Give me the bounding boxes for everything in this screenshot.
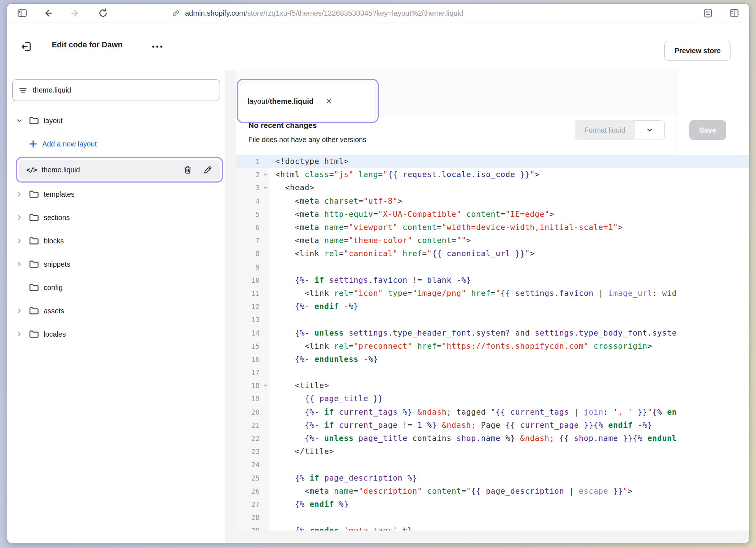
line-number-gutter: 9 <box>236 261 270 274</box>
code-line-21[interactable]: 21 {%- if current_page != 1 %} &ndash; P… <box>236 419 749 432</box>
scrollbar-track[interactable] <box>741 155 741 531</box>
tree-item-theme-liquid[interactable]: </>theme.liquid <box>19 160 220 180</box>
exit-icon[interactable] <box>20 40 33 53</box>
code-line-22[interactable]: 22 {%- unless page_title contains shop.n… <box>236 432 749 445</box>
folder-icon <box>28 259 39 270</box>
folder-icon <box>28 212 39 223</box>
code-line-10[interactable]: 10 {%- if settings.favicon != blank -%} <box>236 274 749 287</box>
chevron-down-icon[interactable] <box>16 117 28 124</box>
code-line-13[interactable]: 13 <box>236 313 749 326</box>
file-tree: layoutAdd a new layout</>theme.liquidtem… <box>7 109 225 346</box>
delete-file-icon[interactable] <box>183 165 193 175</box>
line-number-gutter: 26 <box>236 485 270 498</box>
line-number-gutter: 18 <box>236 379 270 392</box>
chevron-right-icon[interactable] <box>16 261 28 267</box>
code-line-23[interactable]: 23 </title> <box>236 445 749 458</box>
tree-item-label: theme.liquid <box>42 166 80 174</box>
line-number-gutter: 11 <box>236 287 270 300</box>
tab-bar: layout/theme.liquid × <box>236 70 749 116</box>
line-number-gutter: 15 <box>236 340 270 353</box>
tree-folder-sections[interactable]: sections <box>7 206 225 229</box>
main-content: theme.liquid layoutAdd a new layout</>th… <box>7 70 749 543</box>
sidebar-toggle-icon[interactable] <box>17 8 28 19</box>
code-line-17[interactable]: 17 <box>236 366 749 379</box>
code-line-2[interactable]: 2<html class="js" lang="{{ request.local… <box>236 168 749 181</box>
reload-icon[interactable] <box>98 8 109 19</box>
address-bar[interactable]: admin.shopify.com/store/rzq1xu-f5/themes… <box>171 4 463 23</box>
browser-window: admin.shopify.com/store/rzq1xu-f5/themes… <box>7 4 749 543</box>
line-number-gutter: 6 <box>236 221 270 234</box>
line-number-gutter: 22 <box>236 432 270 445</box>
chevron-right-icon[interactable] <box>16 238 28 244</box>
tree-folder-config[interactable]: config <box>7 276 225 299</box>
line-number-gutter: 10 <box>236 274 270 287</box>
code-line-24[interactable]: 24 <box>236 458 749 471</box>
code-line-14[interactable]: 14 {%- unless settings.type_header_font.… <box>236 326 749 339</box>
line-number-gutter: 12 <box>236 300 270 313</box>
tab-path-prefix: layout/ <box>248 97 269 106</box>
save-button[interactable]: Save <box>689 120 726 140</box>
tree-folder-layout[interactable]: layout <box>7 109 225 132</box>
split-view-icon[interactable] <box>729 8 740 19</box>
chevron-right-icon[interactable] <box>16 308 28 314</box>
chevron-right-icon[interactable] <box>16 191 28 197</box>
fold-toggle-icon[interactable] <box>261 383 270 388</box>
fold-toggle-icon[interactable] <box>261 185 270 191</box>
code-line-9[interactable]: 9 <box>236 261 749 274</box>
code-line-5[interactable]: 5 <meta http-equiv="X-UA-Compatible" con… <box>236 208 749 221</box>
code-line-16[interactable]: 16 {%- endunless -%} <box>236 353 749 366</box>
line-number-gutter: 25 <box>236 471 270 485</box>
code-line-28[interactable]: 28 <box>236 511 749 524</box>
code-line-4[interactable]: 4 <meta charset="utf-8"> <box>236 195 749 208</box>
code-line-26[interactable]: 26 <meta name="description" content="{{ … <box>236 485 749 498</box>
url-domain: admin.shopify.com <box>185 9 245 17</box>
tree-folder-snippets[interactable]: snippets <box>7 253 225 276</box>
tab-close-icon[interactable]: × <box>326 97 332 106</box>
rename-file-icon[interactable] <box>203 165 213 175</box>
code-line-12[interactable]: 12 {%- endif -%} <box>236 300 749 313</box>
chevron-right-icon[interactable] <box>16 331 28 337</box>
line-number-gutter: 23 <box>236 445 270 458</box>
code-line-25[interactable]: 25 {% if page_description %} <box>236 471 749 485</box>
line-number-gutter: 17 <box>236 366 270 379</box>
code-line-8[interactable]: 8 <link rel="canonical" href="{{ canonic… <box>236 247 749 260</box>
forward-icon[interactable] <box>70 8 81 19</box>
active-tab-highlight-ring: layout/theme.liquid × <box>237 79 379 123</box>
page-settings-icon[interactable] <box>702 8 713 19</box>
line-number-gutter: 1 <box>236 155 270 168</box>
file-search-input[interactable]: theme.liquid <box>12 79 220 101</box>
code-line-1[interactable]: 1<!doctype html> <box>236 155 749 168</box>
more-menu-icon[interactable] <box>152 46 162 48</box>
chevron-down-icon <box>646 126 653 134</box>
line-number-gutter: 13 <box>236 313 270 326</box>
add-new-layout-link[interactable]: Add a new layout <box>7 132 225 156</box>
tree-folder-templates[interactable]: templates <box>7 183 225 206</box>
format-liquid-button[interactable]: Format liquid <box>575 120 635 140</box>
code-line-18[interactable]: 18 <title> <box>236 379 749 392</box>
tab-theme-liquid[interactable]: layout/theme.liquid × <box>240 82 375 120</box>
line-number-gutter: 5 <box>236 208 270 221</box>
back-icon[interactable] <box>42 8 53 19</box>
code-line-6[interactable]: 6 <meta name="viewport" content="width=d… <box>236 221 749 234</box>
code-line-7[interactable]: 7 <meta name="theme-color" content=""> <box>236 234 749 247</box>
code-line-15[interactable]: 15 <link rel="preconnect" href="https://… <box>236 340 749 353</box>
line-number-gutter: 27 <box>236 498 270 511</box>
filter-icon[interactable] <box>19 86 27 95</box>
tree-folder-blocks[interactable]: blocks <box>7 229 225 253</box>
line-number-gutter: 21 <box>236 419 270 432</box>
code-line-3[interactable]: 3 <head> <box>236 181 749 194</box>
tree-folder-assets[interactable]: assets <box>7 299 225 322</box>
code-area[interactable]: 1<!doctype html>2<html class="js" lang="… <box>236 155 749 531</box>
code-line-19[interactable]: 19 {{ page_title }} <box>236 392 749 405</box>
code-line-20[interactable]: 20 {%- if current_tags %} &ndash; tagged… <box>236 406 749 419</box>
chevron-right-icon[interactable] <box>16 214 28 221</box>
line-number-gutter: 8 <box>236 247 270 260</box>
code-line-11[interactable]: 11 <link rel="icon" type="image/png" hre… <box>236 287 749 300</box>
format-options-dropdown[interactable] <box>635 120 665 140</box>
preview-store-button[interactable]: Preview store <box>664 41 731 60</box>
fold-toggle-icon[interactable] <box>261 172 270 177</box>
code-line-29[interactable]: 29 {% render 'meta-tags' %} <box>236 524 749 531</box>
file-search-value: theme.liquid <box>33 86 71 94</box>
tree-folder-locales[interactable]: locales <box>7 322 225 346</box>
code-line-27[interactable]: 27 {% endif %} <box>236 498 749 511</box>
